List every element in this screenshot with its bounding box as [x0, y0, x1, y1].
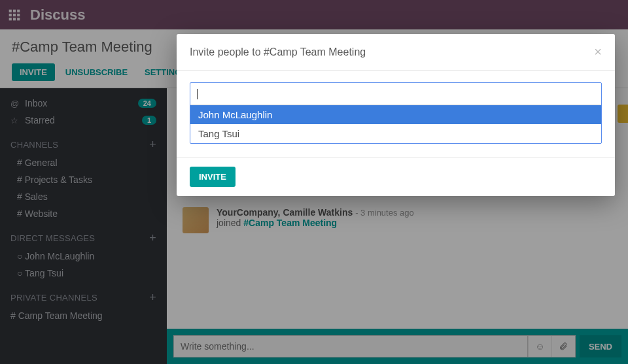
invite-modal: Invite people to #Camp Team Meeting × Jo…: [177, 34, 615, 196]
invite-select[interactable]: John McLaughlin Tang Tsui: [190, 82, 602, 144]
invite-option[interactable]: Tang Tsui: [190, 124, 601, 143]
close-icon[interactable]: ×: [594, 44, 602, 59]
invite-option[interactable]: John McLaughlin: [190, 105, 601, 124]
option-label: John McLaughlin: [198, 109, 272, 120]
text-caret: [197, 89, 198, 99]
modal-title: Invite people to #Camp Team Meeting: [190, 46, 594, 58]
invite-options: John McLaughlin Tang Tsui: [190, 105, 601, 143]
invite-input-wrap[interactable]: [190, 83, 601, 105]
modal-invite-button[interactable]: INVITE: [190, 167, 236, 187]
option-label: Tang Tsui: [198, 128, 239, 139]
